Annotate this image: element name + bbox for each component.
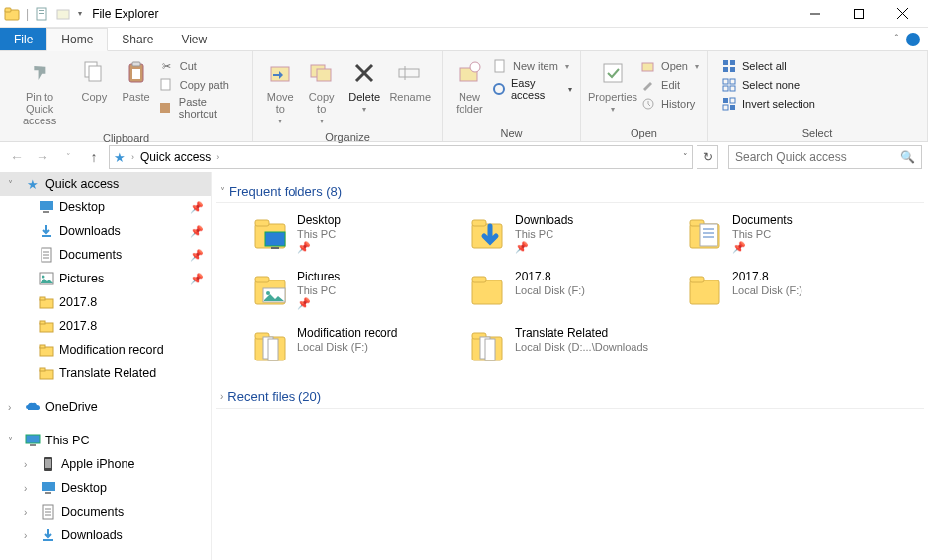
cut-button[interactable]: ✂Cut bbox=[157, 57, 246, 75]
new-item-button[interactable]: New item▾ bbox=[490, 57, 574, 75]
select-none-button[interactable]: Select none bbox=[719, 76, 817, 94]
breadcrumb-current[interactable]: Quick access bbox=[140, 150, 211, 164]
folder-location: This PC bbox=[297, 228, 341, 240]
chevron-down-icon[interactable]: ˅ bbox=[8, 179, 20, 190]
back-button[interactable]: ← bbox=[6, 146, 28, 168]
download-icon bbox=[38, 224, 55, 238]
copy-icon bbox=[78, 57, 110, 89]
forward-button[interactable]: → bbox=[32, 146, 53, 168]
new-folder-button[interactable]: New folder bbox=[449, 55, 490, 123]
chevron-right-icon[interactable]: › bbox=[24, 459, 36, 470]
delete-button[interactable]: Delete▾ bbox=[343, 55, 384, 127]
folder-item-2017-8[interactable]: 2017.8Local Disk (F:) bbox=[681, 264, 888, 316]
pin-to-quick-access-button[interactable]: Pin to Quick access bbox=[6, 55, 73, 128]
folder-item-desktop[interactable]: DesktopThis PC📌 bbox=[246, 207, 454, 260]
copy-path-button[interactable]: Copy path bbox=[157, 76, 246, 94]
chevron-right-icon[interactable]: › bbox=[24, 483, 36, 494]
invert-selection-button[interactable]: Invert selection bbox=[719, 95, 817, 113]
search-icon[interactable]: 🔍 bbox=[900, 150, 915, 164]
sidebar-item-apple-iphone[interactable]: ›Apple iPhone bbox=[0, 452, 211, 476]
copy-button[interactable]: Copy bbox=[73, 55, 115, 128]
maximize-button[interactable] bbox=[837, 0, 881, 28]
folder-item-modification-record[interactable]: Modification recordLocal Disk (F:) bbox=[246, 320, 454, 371]
folder-item-translate-related[interactable]: Translate RelatedLocal Disk (D:...\Downl… bbox=[464, 320, 671, 371]
folder-name: Translate Related bbox=[515, 326, 648, 340]
rename-button[interactable]: Rename bbox=[384, 55, 436, 127]
chevron-right-icon[interactable]: › bbox=[24, 530, 36, 541]
minimize-button[interactable] bbox=[794, 0, 837, 28]
breadcrumb[interactable]: ★ › Quick access › ˅ bbox=[109, 145, 693, 169]
move-to-button[interactable]: Move to▾ bbox=[259, 55, 300, 127]
section-frequent-folders[interactable]: ˅ Frequent folders (8) bbox=[216, 180, 924, 203]
desktop-folder-icon bbox=[250, 213, 290, 253]
sidebar-item-downloads[interactable]: ›Downloads bbox=[0, 523, 211, 547]
history-button[interactable]: History bbox=[638, 95, 701, 113]
folder-item-documents[interactable]: DocumentsThis PC📌 bbox=[681, 207, 888, 260]
copy-to-button[interactable]: Copy to▾ bbox=[300, 55, 342, 127]
sidebar-item-translate-related[interactable]: Translate Related bbox=[0, 361, 211, 385]
svg-point-51 bbox=[42, 276, 45, 279]
edit-button[interactable]: Edit bbox=[638, 76, 701, 94]
new-folder-qat-icon[interactable] bbox=[56, 6, 72, 22]
folder-item-downloads[interactable]: DownloadsThis PC📌 bbox=[464, 207, 671, 260]
desktop-icon bbox=[40, 481, 57, 495]
sidebar-item-desktop[interactable]: ›Desktop bbox=[0, 476, 211, 500]
properties-button[interactable]: Properties▾ bbox=[587, 55, 638, 123]
breadcrumb-dropdown-icon[interactable]: ˅ bbox=[683, 152, 688, 162]
sidebar-item-quick-access[interactable]: ˅ ★ Quick access bbox=[0, 172, 211, 196]
section-recent-files[interactable]: › Recent files (20) bbox=[216, 385, 924, 409]
tab-file[interactable]: File bbox=[0, 28, 46, 50]
refresh-button[interactable]: ↻ bbox=[697, 145, 718, 169]
chevron-down-icon[interactable]: ˅ bbox=[8, 436, 20, 446]
sidebar-item-2017-8[interactable]: 2017.8 bbox=[0, 314, 211, 338]
chevron-right-icon[interactable]: › bbox=[216, 152, 219, 162]
svg-rect-98 bbox=[485, 339, 495, 360]
easy-access-icon bbox=[492, 81, 506, 97]
chevron-right-icon: › bbox=[131, 152, 134, 162]
open-button[interactable]: Open▾ bbox=[638, 57, 701, 75]
qat-dropdown-icon[interactable]: ▾ bbox=[78, 9, 82, 18]
tab-share[interactable]: Share bbox=[108, 28, 167, 50]
sidebar-item-modification-record[interactable]: Modification record bbox=[0, 338, 211, 361]
svg-rect-53 bbox=[40, 297, 45, 300]
sidebar-item-this-pc[interactable]: ˅ This PC bbox=[0, 429, 211, 452]
pin-icon: 📌 bbox=[515, 241, 573, 254]
open-icon bbox=[640, 58, 656, 74]
svg-rect-36 bbox=[730, 79, 735, 84]
search-box[interactable]: 🔍 bbox=[728, 145, 922, 169]
chevron-right-icon[interactable]: › bbox=[24, 507, 36, 518]
easy-access-button[interactable]: Easy access▾ bbox=[490, 76, 574, 102]
sidebar-item-documents[interactable]: ›Documents bbox=[0, 500, 211, 523]
folder-icon bbox=[467, 270, 507, 309]
up-button[interactable]: ↑ bbox=[83, 146, 105, 168]
sidebar-item-2017-8[interactable]: 2017.8 bbox=[0, 290, 211, 314]
svg-rect-43 bbox=[40, 201, 53, 210]
folder-item-2017-8[interactable]: 2017.8Local Disk (F:) bbox=[464, 264, 671, 316]
folder-location: This PC bbox=[732, 228, 793, 240]
chevron-right-icon[interactable]: › bbox=[8, 402, 20, 413]
folder-icon bbox=[38, 319, 55, 333]
folder-item-pictures[interactable]: PicturesThis PC📌 bbox=[246, 264, 454, 316]
close-button[interactable] bbox=[881, 0, 924, 28]
paste-shortcut-button[interactable]: Paste shortcut bbox=[157, 95, 246, 120]
select-all-button[interactable]: Select all bbox=[719, 57, 817, 75]
sidebar-item-pictures[interactable]: Pictures📌 bbox=[0, 267, 211, 290]
sidebar-item-onedrive[interactable]: › OneDrive bbox=[0, 395, 211, 419]
sidebar-item-downloads[interactable]: Downloads📌 bbox=[0, 219, 211, 243]
properties-qat-icon[interactable] bbox=[35, 6, 50, 22]
search-input[interactable] bbox=[735, 150, 900, 164]
new-folder-icon bbox=[454, 57, 485, 89]
collapse-ribbon-icon[interactable]: ˆ bbox=[895, 34, 898, 44]
folder-location: Local Disk (D:...\Downloads bbox=[515, 341, 648, 353]
help-icon[interactable] bbox=[906, 33, 920, 46]
paste-button[interactable]: Paste bbox=[115, 55, 156, 128]
sidebar-item-desktop[interactable]: Desktop📌 bbox=[0, 196, 211, 219]
svg-rect-73 bbox=[265, 232, 285, 246]
sidebar-item-label: Documents bbox=[61, 505, 124, 519]
pin-icon: 📌 bbox=[297, 297, 340, 310]
tab-view[interactable]: View bbox=[167, 28, 220, 50]
paste-shortcut-icon bbox=[159, 100, 174, 116]
recent-dropdown[interactable]: ˅ bbox=[57, 146, 79, 168]
sidebar-item-documents[interactable]: Documents📌 bbox=[0, 243, 211, 267]
tab-home[interactable]: Home bbox=[46, 28, 108, 51]
